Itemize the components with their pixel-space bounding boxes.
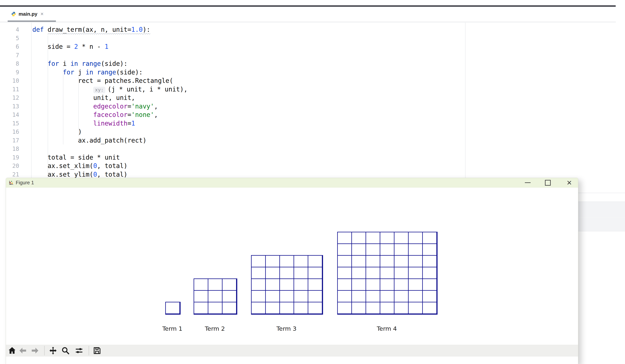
line-number: 20: [12, 161, 19, 170]
line-number: 7: [16, 51, 19, 60]
code-token: range: [97, 68, 116, 76]
code-token: ): [32, 128, 82, 135]
back-arrow-icon: [18, 346, 27, 355]
line-number: 16: [12, 127, 19, 136]
code-token: ax.set_xlim(: [32, 162, 93, 170]
code-token: ax.set_ylim(: [32, 171, 93, 178]
sliders-icon: [75, 346, 84, 355]
code-token: for: [47, 60, 62, 67]
line-number: 15: [12, 119, 19, 128]
line-number: 21: [12, 170, 19, 179]
code-token: side =: [32, 43, 74, 50]
code-token: (side):: [116, 68, 143, 76]
line-number: 17: [12, 136, 19, 145]
line-number: 5: [16, 34, 19, 42]
figure-window[interactable]: Figure 1 ✕ Term 1Term 2Term 3Term 4: [6, 178, 578, 364]
code-token: 'none': [131, 111, 154, 119]
code-token: (side):: [101, 60, 127, 67]
code-token: def: [32, 26, 47, 33]
line-number: 12: [12, 93, 19, 102]
tab-close-icon[interactable]: ×: [40, 11, 44, 17]
panel-row: [578, 218, 625, 231]
close-icon: ✕: [567, 180, 572, 186]
code-token: ,: [154, 103, 158, 110]
home-button[interactable]: [7, 346, 17, 355]
code-token: 1: [131, 120, 135, 127]
code-token: * n -: [78, 43, 105, 50]
code-token: 0: [93, 171, 97, 178]
code-token: total = side * unit: [32, 154, 120, 161]
configure-subplots-button[interactable]: [74, 346, 84, 355]
term-grid-7x7: [337, 232, 438, 315]
home-icon: [8, 346, 16, 355]
term-grid-3x3: [194, 278, 237, 315]
gutter-separator: [31, 23, 31, 178]
panel-row: [578, 202, 625, 218]
line-number: 13: [12, 102, 19, 111]
figure-title: Figure 1: [16, 180, 34, 186]
code-token: ax.add_patch(rect): [32, 137, 147, 144]
code-line: linewidth=1: [32, 119, 135, 128]
code-token: edgecolor: [93, 103, 127, 110]
code-line: ax.set_ylim(0, total): [32, 170, 127, 179]
tab-main-py[interactable]: main.py ×: [9, 8, 46, 20]
code-token: 2: [74, 43, 78, 50]
minimize-button[interactable]: [522, 178, 534, 187]
term-label: Term 2: [205, 325, 225, 332]
code-token: =: [127, 111, 131, 119]
maximize-icon: [545, 180, 551, 186]
code-line: ax.add_patch(rect): [32, 136, 147, 145]
line-number: 9: [16, 68, 19, 77]
code-token: [32, 120, 93, 127]
minimize-icon: [525, 182, 531, 183]
code-token: [32, 111, 93, 119]
code-line: ): [32, 127, 82, 136]
toolbar-separator: [89, 346, 89, 355]
line-number: 19: [12, 153, 19, 162]
code-token: rect = patches.Rectangle(: [32, 77, 173, 84]
line-number: 11: [12, 85, 19, 93]
code-token: [32, 68, 63, 76]
pan-button[interactable]: [48, 346, 58, 355]
close-button[interactable]: ✕: [563, 178, 575, 187]
term-grid-1x1: [165, 302, 181, 315]
back-button[interactable]: [18, 346, 27, 355]
tab-label: main.py: [19, 11, 37, 17]
background-panel: [578, 178, 625, 364]
code-token: ,: [154, 111, 158, 119]
code-token: , total): [97, 162, 127, 170]
code-line: total = side * unit: [32, 153, 120, 162]
code-token: facecolor: [93, 111, 127, 119]
code-line: for j in range(side):: [32, 68, 143, 77]
maximize-button[interactable]: [542, 178, 554, 187]
matplotlib-icon: [9, 180, 14, 185]
code-token: 1.0: [131, 26, 143, 33]
code-token: unit, unit,: [32, 94, 135, 101]
code-line: edgecolor='navy',: [32, 102, 158, 111]
code-line: def draw_term(ax, n, unit=1.0):: [32, 25, 150, 34]
term-label: Term 1: [162, 325, 183, 332]
tabbar-bottom-border: [0, 22, 616, 22]
figure-titlebar[interactable]: Figure 1: [6, 178, 578, 187]
code-line: rect = patches.Rectangle(: [32, 76, 173, 85]
code-token: 1: [105, 43, 109, 50]
code-token: [32, 60, 47, 67]
code-line: facecolor='none',: [32, 110, 158, 119]
pan-icon: [49, 346, 58, 355]
code-line: side = 2 * n - 1: [32, 42, 108, 51]
code-token: draw_term(ax, n, unit=: [47, 26, 131, 33]
code-token: (j * unit, i * unit),: [108, 86, 188, 93]
inlay-hint: xy:: [93, 87, 105, 93]
code-line: xy:(j * unit, i * unit),: [32, 85, 188, 93]
code-token: 0: [93, 162, 97, 170]
panel-divider: [578, 193, 625, 193]
code-token: in: [70, 60, 82, 67]
term-label: Term 3: [277, 325, 297, 332]
line-number: 14: [12, 110, 19, 119]
save-button[interactable]: [93, 346, 102, 355]
code-token: =: [127, 120, 131, 127]
toolbar-separator: [44, 346, 45, 355]
zoom-button[interactable]: [61, 346, 70, 355]
forward-button[interactable]: [31, 346, 40, 355]
line-number: 10: [12, 76, 19, 85]
